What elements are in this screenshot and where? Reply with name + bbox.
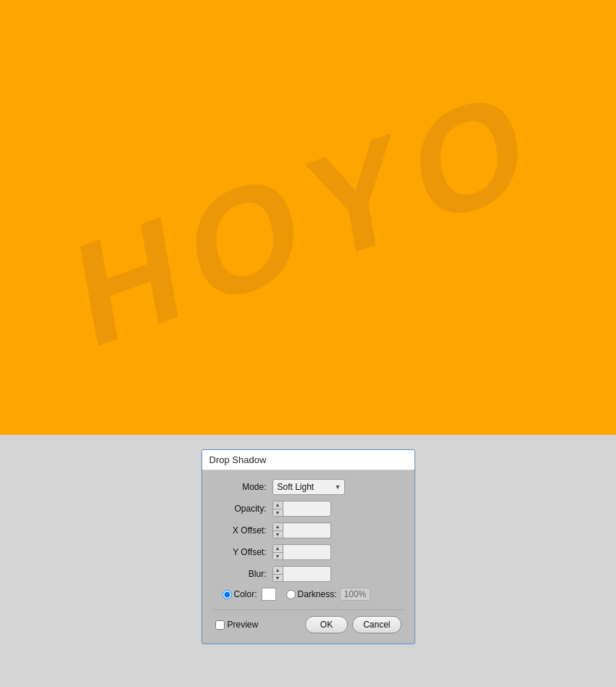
y-offset-arrows: ▲ ▼: [273, 544, 283, 560]
mode-row: Mode: Normal Dissolve Multiply Screen Ov…: [212, 479, 404, 495]
y-offset-row: Y Offset: ▲ ▼ 2 px: [212, 544, 404, 560]
blur-row: Blur: ▲ ▼ 0 px: [212, 566, 404, 582]
color-label-text: Color:: [234, 589, 257, 599]
blur-label: Blur:: [212, 569, 267, 579]
x-offset-up-button[interactable]: ▲: [273, 522, 283, 531]
opacity-row: Opacity: ▲ ▼ 50%: [212, 501, 404, 517]
y-offset-up-button[interactable]: ▲: [273, 544, 283, 553]
opacity-spinner: ▲ ▼ 50%: [272, 501, 331, 517]
x-offset-arrows: ▲ ▼: [273, 522, 283, 538]
x-offset-row: X Offset: ▲ ▼ 0 px: [212, 522, 404, 538]
opacity-input[interactable]: 50%: [283, 501, 330, 516]
x-offset-down-button[interactable]: ▼: [273, 531, 283, 539]
preview-label[interactable]: Preview: [215, 620, 259, 630]
darkness-label-text: Darkness:: [298, 589, 337, 599]
mode-select[interactable]: Normal Dissolve Multiply Screen Overlay …: [272, 479, 345, 495]
y-offset-label: Y Offset:: [212, 547, 267, 557]
darkness-radio[interactable]: [286, 590, 296, 599]
x-offset-input[interactable]: 0 px: [283, 523, 330, 538]
preview-label-text: Preview: [228, 620, 259, 630]
cancel-button[interactable]: Cancel: [352, 616, 401, 633]
drop-shadow-dialog: Drop Shadow Mode: Normal Dissolve Multip…: [201, 449, 415, 644]
mode-label: Mode:: [212, 482, 267, 492]
color-radio[interactable]: [222, 590, 232, 599]
dialog-title: Drop Shadow: [209, 454, 267, 465]
dialog-body: Mode: Normal Dissolve Multiply Screen Ov…: [202, 470, 415, 644]
opacity-down-button[interactable]: ▼: [273, 509, 283, 517]
x-offset-label: X Offset:: [212, 525, 267, 536]
opacity-label: Opacity:: [212, 504, 267, 514]
color-swatch[interactable]: [262, 588, 276, 601]
blur-up-button[interactable]: ▲: [273, 566, 283, 575]
btn-row: OK Cancel: [305, 616, 401, 633]
opacity-arrows: ▲ ▼: [273, 501, 283, 517]
ok-button[interactable]: OK: [305, 616, 348, 633]
color-darkness-row: Color: Darkness: 100%: [212, 588, 404, 601]
preview-checkbox[interactable]: [215, 620, 225, 630]
blur-down-button[interactable]: ▼: [273, 575, 283, 583]
canvas-area: HOYO: [0, 0, 616, 435]
darkness-radio-label[interactable]: Darkness:: [286, 589, 337, 599]
preview-row: Preview OK Cancel: [212, 616, 404, 633]
divider: [212, 609, 404, 610]
y-offset-spinner: ▲ ▼ 2 px: [272, 544, 331, 560]
darkness-value: 100%: [340, 588, 370, 601]
opacity-up-button[interactable]: ▲: [273, 501, 283, 509]
x-offset-spinner: ▲ ▼ 0 px: [272, 522, 331, 538]
blur-arrows: ▲ ▼: [273, 566, 283, 582]
dialog-titlebar: Drop Shadow: [202, 450, 415, 470]
color-radio-label[interactable]: Color:: [222, 589, 257, 599]
bottom-panel: Drop Shadow Mode: Normal Dissolve Multip…: [0, 435, 616, 687]
canvas-text: HOYO: [65, 51, 550, 384]
mode-dropdown-wrapper: Normal Dissolve Multiply Screen Overlay …: [272, 479, 345, 495]
blur-spinner: ▲ ▼ 0 px: [272, 566, 331, 582]
y-offset-input[interactable]: 2 px: [283, 545, 330, 559]
y-offset-down-button[interactable]: ▼: [273, 553, 283, 561]
blur-input[interactable]: 0 px: [283, 567, 330, 581]
